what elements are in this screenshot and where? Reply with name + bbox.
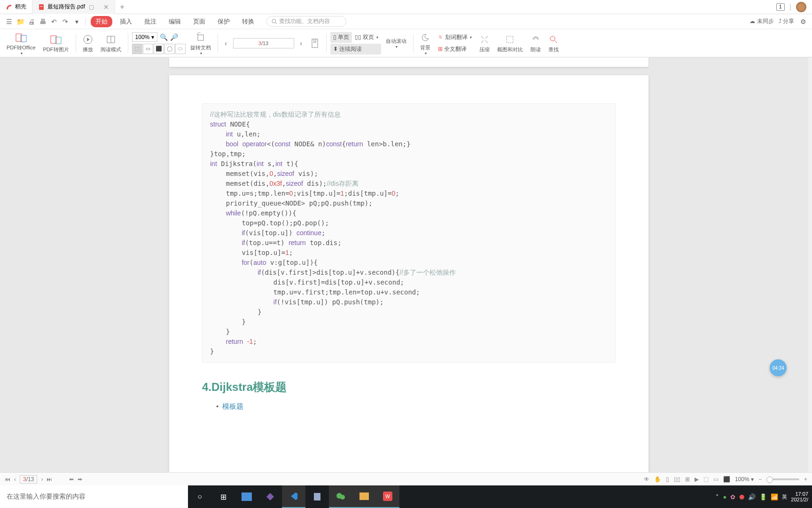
cortana-icon[interactable]: ○ (188, 485, 211, 508)
separator (128, 34, 128, 53)
hand-icon[interactable]: ✋ (654, 476, 661, 483)
zoom-select[interactable]: 100%▾ (132, 32, 158, 42)
task-view-icon[interactable]: ⊞ (211, 485, 235, 508)
svg-rect-15 (314, 493, 320, 500)
wifi-icon[interactable]: 📶 (771, 493, 778, 500)
print-icon[interactable]: 🖶 (39, 17, 47, 26)
read-aloud-button[interactable]: 朗读 (528, 29, 544, 57)
tray-flower-icon[interactable]: ✿ (730, 493, 735, 500)
eye-icon[interactable]: 👁 (644, 476, 649, 483)
ime-indicator[interactable]: 英 (782, 493, 787, 500)
fit2-icon[interactable]: ▭ (713, 476, 718, 483)
menu-protect[interactable]: 保护 (213, 16, 234, 27)
taskbar-vscode-icon[interactable] (282, 485, 305, 508)
user-avatar[interactable] (796, 2, 806, 12)
timer-badge[interactable]: 04:24 (770, 359, 787, 376)
taskbar-wps-icon[interactable]: W (376, 485, 399, 508)
zoom-slider[interactable] (766, 478, 799, 480)
document-viewport[interactable]: //这种写法比较常规，dis数组记录了所有信息 struct NODE{ int… (6, 57, 812, 493)
tray-chevron-icon[interactable]: ˄ (716, 493, 719, 500)
fit-height-icon[interactable]: ⬭ (175, 44, 186, 54)
settings-icon[interactable]: ⚙ (799, 17, 807, 26)
tab-close-icon[interactable]: ✕ (103, 3, 109, 11)
auto-scroll-button[interactable]: 自动滚动▾ (383, 29, 409, 57)
double-page-button[interactable]: ▯▯双页▾ (352, 32, 381, 43)
pdf-to-image-button[interactable]: PDF转图片 (40, 29, 72, 57)
single-page-button[interactable]: ▯单页 (330, 32, 352, 43)
redo-icon[interactable]: ↷ (61, 17, 70, 26)
last-page-icon[interactable]: ⏭ (47, 476, 52, 483)
taskbar-vs-icon[interactable] (258, 485, 282, 508)
word-translate-button[interactable]: ⺀划词翻译▾ (435, 32, 475, 43)
next-page-icon[interactable]: › (41, 476, 43, 483)
share-button[interactable]: ⤴ 分享 (779, 17, 794, 25)
status-zoom-label[interactable]: 100% ▾ (735, 476, 754, 483)
find-button[interactable]: 查找 (546, 29, 562, 57)
single-page-icon: ▯ (333, 34, 336, 40)
save-icon[interactable]: 🖨 (27, 17, 36, 26)
zoom-in-button[interactable]: + (804, 476, 807, 483)
screenshot-button[interactable]: 截图和对比 (494, 29, 526, 57)
svg-rect-1 (40, 6, 43, 7)
menu-insert[interactable]: 插入 (115, 16, 137, 27)
pdf-to-office-button[interactable]: PDF转Office▾ (4, 29, 39, 57)
first-page-icon[interactable]: ⏮ (5, 476, 10, 483)
sync-status[interactable]: ☁ 未同步 (750, 17, 773, 25)
fit-width-icon[interactable]: ⬚ (132, 44, 142, 54)
fit1-icon[interactable]: ⬚ (703, 476, 709, 483)
next-page-icon[interactable]: › (297, 39, 305, 48)
zoom-out-button[interactable]: − (758, 476, 762, 483)
menu-annotate[interactable]: 批注 (140, 16, 161, 27)
fit-visible-icon[interactable]: ◯ (164, 44, 175, 54)
dropdown-icon[interactable]: ▾ (72, 17, 81, 26)
bookmark-button[interactable] (307, 29, 322, 57)
battery-icon[interactable]: 🔋 (759, 493, 767, 500)
read-mode-button[interactable]: 阅读模式 (98, 29, 124, 57)
taskbar-app-1[interactable] (235, 485, 258, 508)
fit-page-icon[interactable]: ▭ (143, 44, 153, 54)
clock[interactable]: 17:07 2021/2/ (791, 491, 808, 502)
undo-icon[interactable]: ↶ (50, 17, 58, 26)
prev-page-icon[interactable]: ‹ (14, 476, 16, 483)
menu-page[interactable]: 页面 (188, 16, 210, 27)
windows-search[interactable]: 在这里输入你要搜索的内容 (0, 485, 188, 508)
taskbar-notepad-icon[interactable] (305, 485, 329, 508)
background-button[interactable]: 背景▾ (417, 29, 433, 57)
play-status-icon[interactable]: ▶ (695, 476, 699, 483)
menu-start[interactable]: 开始 (91, 16, 112, 27)
play-button[interactable]: 播放 (80, 29, 96, 57)
tab-document[interactable]: 最短路报告.pdf ▢ ✕ (32, 0, 115, 14)
tab-maximize-icon[interactable]: ▢ (89, 4, 94, 10)
full-translate-button[interactable]: ⊞全文翻译 (435, 44, 475, 55)
view2-icon[interactable]: ▯▯ (674, 476, 680, 483)
zoom-out-icon[interactable]: 🔎 (170, 33, 178, 41)
menu-convert[interactable]: 转换 (237, 16, 259, 27)
view1-icon[interactable]: ▯ (666, 476, 669, 483)
forward-icon[interactable]: ➡ (78, 476, 82, 483)
tray-app-icon[interactable]: ● (723, 493, 726, 500)
back-icon[interactable]: ⬅ (69, 476, 74, 483)
fit3-icon[interactable]: ⬛ (723, 476, 730, 483)
zoom-in-icon[interactable]: 🔍 (159, 33, 168, 41)
open-icon[interactable]: 📁 (16, 17, 24, 26)
prev-page-icon[interactable]: ‹ (222, 39, 230, 48)
tab-home[interactable]: 稻壳 (0, 0, 32, 14)
taskbar-explorer-icon[interactable] (352, 485, 376, 508)
search-box[interactable]: 查找功能、文档内容 (266, 16, 346, 27)
notification-badge[interactable]: 1 (776, 3, 785, 11)
taskbar-wechat-icon[interactable] (329, 485, 352, 508)
view3-icon[interactable]: ⊞ (685, 476, 690, 483)
page-number-input[interactable]: 3/13 (233, 38, 294, 48)
status-page-input[interactable]: 3/13 (20, 475, 37, 484)
template-link[interactable]: 模板题 (216, 402, 616, 411)
menu-edit[interactable]: 编辑 (164, 16, 186, 27)
rotate-button[interactable]: 旋转文档▾ (187, 29, 214, 57)
continuous-read-button[interactable]: ⬍连续阅读 (330, 44, 381, 55)
scrollbar[interactable] (808, 57, 812, 493)
compress-button[interactable]: 压缩 (476, 29, 492, 57)
volume-icon[interactable]: 🔊 (748, 493, 756, 500)
menu-icon[interactable]: ☰ (5, 17, 13, 26)
actual-size-icon[interactable]: ⬛ (154, 44, 164, 54)
new-tab-button[interactable]: + (115, 3, 129, 11)
tray-security-icon[interactable]: ⬣ (739, 493, 744, 500)
